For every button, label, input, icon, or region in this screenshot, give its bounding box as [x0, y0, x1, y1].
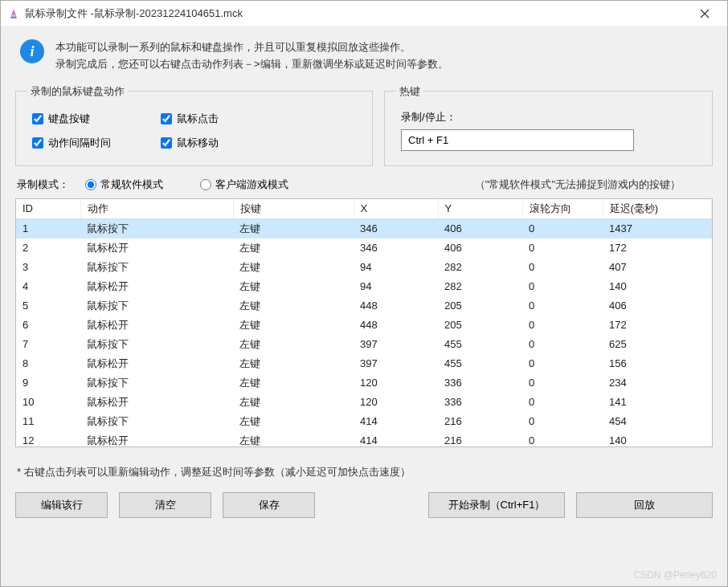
cell-y: 282 — [438, 258, 522, 277]
cell-key: 左键 — [233, 296, 354, 316]
cell-action: 鼠标按下 — [80, 373, 233, 393]
checkbox-keyboard-label: 键盘按键 — [48, 112, 90, 126]
table-header-row[interactable]: ID 动作 按键 X Y 滚轮方向 延迟(毫秒) — [16, 199, 712, 219]
content-area: i 本功能可以录制一系列的鼠标和键盘操作，并且可以重复模拟回放这些操作。 录制完… — [1, 26, 727, 586]
playback-button[interactable]: 回放 — [576, 492, 713, 518]
close-button[interactable] — [689, 2, 721, 26]
cell-y: 205 — [438, 316, 522, 335]
cell-y: 336 — [438, 393, 522, 412]
checkbox-interval[interactable]: 动作间隔时间 — [32, 136, 145, 150]
table-row[interactable]: 11鼠标按下左键4142160454 — [16, 412, 712, 431]
actions-table-wrap[interactable]: ID 动作 按键 X Y 滚轮方向 延迟(毫秒) 1鼠标按下左键34640601… — [15, 198, 713, 447]
header-action[interactable]: 动作 — [80, 199, 233, 219]
radio-game-mode[interactable]: 客户端游戏模式 — [200, 177, 288, 192]
checkbox-mouseclick-input[interactable] — [161, 113, 172, 124]
cell-key: 左键 — [233, 258, 354, 277]
edit-row-button[interactable]: 编辑该行 — [15, 492, 108, 518]
hotkey-legend: 热键 — [396, 84, 423, 99]
header-x[interactable]: X — [354, 199, 438, 219]
cell-delay: 407 — [603, 258, 712, 277]
cell-x: 120 — [354, 373, 438, 393]
cell-key: 左键 — [233, 354, 354, 373]
header-id[interactable]: ID — [16, 199, 80, 219]
cell-id: 4 — [16, 277, 80, 296]
checkbox-interval-input[interactable] — [32, 137, 43, 149]
cell-key: 左键 — [233, 393, 354, 412]
radio-normal-mode-input[interactable] — [85, 179, 96, 190]
table-row[interactable]: 1鼠标按下左键34640601437 — [16, 218, 712, 238]
cell-wheel: 0 — [522, 393, 603, 412]
cell-x: 448 — [354, 316, 438, 335]
cell-x: 94 — [354, 277, 438, 296]
hotkey-label: 录制/停止： — [401, 110, 696, 124]
cell-y: 455 — [438, 354, 522, 373]
cell-y: 406 — [438, 238, 522, 258]
cell-id: 7 — [16, 335, 80, 354]
record-mode-label: 录制模式： — [17, 177, 69, 192]
header-wheel[interactable]: 滚轮方向 — [522, 199, 603, 219]
cell-action: 鼠标松开 — [80, 316, 233, 335]
cell-x: 346 — [354, 218, 438, 238]
cell-id: 3 — [16, 258, 80, 277]
cell-delay: 454 — [603, 412, 712, 431]
table-row[interactable]: 9鼠标按下左键1203360234 — [16, 373, 712, 393]
actions-table[interactable]: ID 动作 按键 X Y 滚轮方向 延迟(毫秒) 1鼠标按下左键34640601… — [16, 199, 712, 447]
table-row[interactable]: 8鼠标松开左键3974550156 — [16, 354, 712, 373]
cell-x: 346 — [354, 238, 438, 258]
cell-id: 8 — [16, 354, 80, 373]
cell-action: 鼠标松开 — [80, 277, 233, 296]
table-row[interactable]: 6鼠标松开左键4482050172 — [16, 316, 712, 335]
cell-y: 205 — [438, 296, 522, 316]
cell-x: 397 — [354, 354, 438, 373]
clear-button[interactable]: 清空 — [119, 492, 211, 518]
table-row[interactable]: 7鼠标按下左键3974550625 — [16, 335, 712, 354]
cell-key: 左键 — [233, 335, 354, 354]
record-mode-row: 录制模式： 常规软件模式 客户端游戏模式 （"常规软件模式"无法捕捉到游戏内的按… — [15, 174, 713, 198]
checkbox-mouseclick[interactable]: 鼠标点击 — [161, 112, 273, 126]
footer-note: * 右键点击列表可以重新编辑动作，调整延迟时间等参数（减小延迟可加快点击速度） — [15, 465, 713, 479]
cell-wheel: 0 — [522, 335, 603, 354]
table-row[interactable]: 12鼠标松开左键4142160140 — [16, 431, 712, 447]
cell-wheel: 0 — [522, 412, 603, 431]
cell-id: 12 — [16, 431, 80, 447]
cell-key: 左键 — [233, 373, 354, 393]
table-row[interactable]: 3鼠标按下左键942820407 — [16, 258, 712, 277]
start-record-button[interactable]: 开始录制（Ctrl+F1） — [428, 492, 565, 518]
radio-normal-mode[interactable]: 常规软件模式 — [85, 177, 163, 192]
cell-key: 左键 — [233, 316, 354, 335]
checkbox-keyboard-input[interactable] — [32, 113, 43, 124]
info-banner: i 本功能可以录制一系列的鼠标和键盘操作，并且可以重复模拟回放这些操作。 录制完… — [15, 33, 713, 84]
checkbox-mousemove-label: 鼠标移动 — [177, 136, 219, 150]
cell-id: 1 — [16, 218, 80, 238]
table-row[interactable]: 4鼠标松开左键942820140 — [16, 277, 712, 296]
cell-delay: 140 — [603, 277, 712, 296]
cell-delay: 234 — [603, 373, 712, 393]
hotkey-input[interactable]: Ctrl + F1 — [401, 129, 634, 151]
app-icon — [7, 7, 20, 20]
checkbox-mousemove-input[interactable] — [161, 137, 172, 149]
header-key[interactable]: 按键 — [233, 199, 354, 219]
button-bar: 编辑该行 清空 保存 开始录制（Ctrl+F1） 回放 — [15, 492, 713, 518]
table-row[interactable]: 2鼠标松开左键3464060172 — [16, 238, 712, 258]
table-row[interactable]: 10鼠标松开左键1203360141 — [16, 393, 712, 412]
checkbox-mousemove[interactable]: 鼠标移动 — [161, 136, 273, 150]
svg-marker-0 — [10, 9, 17, 18]
save-button[interactable]: 保存 — [223, 492, 315, 518]
cell-id: 9 — [16, 373, 80, 393]
cell-action: 鼠标按下 — [80, 258, 233, 277]
checkbox-keyboard[interactable]: 键盘按键 — [32, 112, 145, 126]
cell-x: 448 — [354, 296, 438, 316]
cell-id: 10 — [16, 393, 80, 412]
radio-game-mode-input[interactable] — [200, 179, 211, 190]
header-delay[interactable]: 延迟(毫秒) — [603, 199, 712, 219]
cell-wheel: 0 — [522, 431, 603, 447]
header-y[interactable]: Y — [438, 199, 522, 219]
cell-wheel: 0 — [522, 277, 603, 296]
cell-delay: 406 — [603, 296, 712, 316]
cell-key: 左键 — [233, 218, 354, 238]
titlebar[interactable]: 鼠标录制文件 -鼠标录制-20231224104651.mck — [1, 1, 727, 26]
cell-key: 左键 — [233, 277, 354, 296]
cell-action: 鼠标松开 — [80, 431, 233, 447]
table-row[interactable]: 5鼠标按下左键4482050406 — [16, 296, 712, 316]
info-icon: i — [20, 39, 44, 63]
